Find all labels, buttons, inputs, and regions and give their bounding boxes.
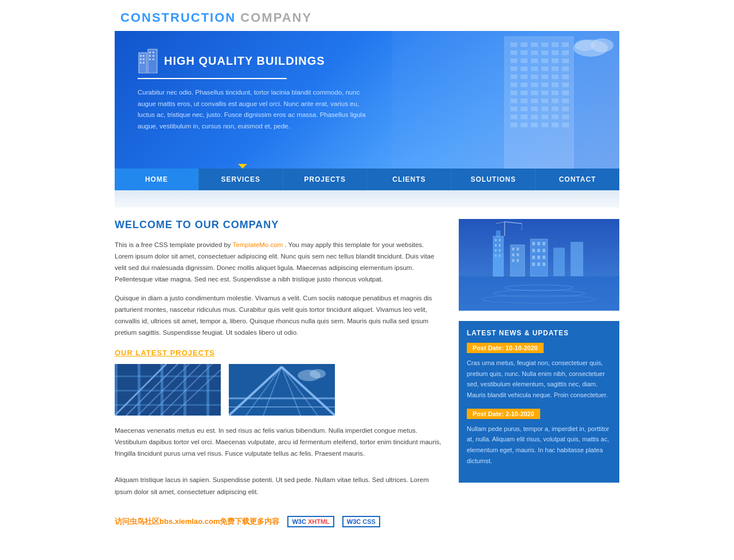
- hero-title: HIGH QUALITY BUILDINGS: [164, 54, 325, 68]
- svg-rect-78: [531, 123, 538, 127]
- svg-rect-54: [531, 91, 538, 95]
- svg-rect-72: [531, 115, 538, 119]
- svg-rect-42: [531, 75, 538, 79]
- svg-rect-45: [562, 75, 569, 79]
- building-icon: [138, 48, 158, 73]
- svg-rect-73: [541, 115, 548, 119]
- svg-rect-55: [541, 91, 548, 95]
- svg-rect-117: [553, 248, 565, 276]
- svg-rect-43: [541, 75, 548, 79]
- content-para3: Maecenas venenatis metus eu est. In sed …: [115, 425, 442, 459]
- main-content: WELCOME TO OUR COMPANY This is a free CS…: [115, 219, 619, 504]
- svg-rect-134: [537, 242, 540, 245]
- svg-rect-122: [499, 244, 501, 246]
- svg-rect-28: [510, 58, 517, 63]
- svg-rect-139: [532, 256, 535, 259]
- svg-rect-128: [517, 248, 519, 250]
- svg-rect-13: [153, 58, 154, 60]
- svg-rect-59: [521, 99, 528, 103]
- svg-rect-24: [531, 50, 538, 55]
- nav-home[interactable]: HOME: [115, 169, 199, 190]
- svg-rect-33: [562, 58, 569, 63]
- svg-rect-3: [143, 55, 145, 57]
- svg-rect-9: [153, 52, 154, 53]
- sidebar-city-image: [459, 219, 619, 311]
- svg-rect-138: [542, 249, 545, 252]
- welcome-title: WELCOME TO OUR COMPANY: [115, 219, 442, 231]
- svg-rect-35: [521, 66, 528, 71]
- news-date-1: Post Date: 10-10-2020: [467, 343, 544, 353]
- svg-rect-133: [532, 242, 535, 245]
- svg-rect-76: [510, 123, 517, 127]
- svg-rect-143: [537, 263, 540, 266]
- svg-rect-64: [510, 107, 517, 111]
- svg-rect-77: [521, 123, 528, 127]
- svg-rect-17: [521, 42, 528, 47]
- svg-rect-119: [495, 239, 497, 241]
- svg-rect-71: [521, 115, 528, 119]
- news-title: LATEST NEWS & UPDATES: [467, 329, 611, 337]
- nav-contact[interactable]: CONTACT: [536, 169, 619, 190]
- svg-rect-5: [143, 58, 145, 60]
- templatemo-link[interactable]: TemplateMo.com: [233, 241, 283, 248]
- svg-rect-80: [552, 123, 559, 127]
- svg-rect-37: [541, 66, 548, 71]
- svg-rect-74: [552, 115, 559, 119]
- svg-rect-21: [562, 42, 569, 47]
- svg-rect-4: [140, 58, 142, 60]
- svg-rect-61: [541, 99, 548, 103]
- svg-rect-144: [542, 263, 545, 266]
- svg-rect-30: [531, 58, 538, 63]
- nav-solutions[interactable]: SOLUTIONS: [451, 169, 536, 190]
- svg-rect-81: [562, 123, 569, 127]
- svg-rect-70: [510, 115, 517, 119]
- hero-building-image: [392, 31, 619, 169]
- hero-divider: [138, 78, 287, 79]
- svg-rect-50: [552, 83, 559, 87]
- svg-rect-49: [541, 83, 548, 87]
- hero-content: HIGH QUALITY BUILDINGS Curabitur nec odi…: [115, 31, 392, 143]
- svg-rect-75: [562, 115, 569, 119]
- svg-point-110: [310, 369, 326, 378]
- nav-gray-band: [115, 190, 619, 207]
- logo-construction: CONSTRUCTION: [120, 10, 236, 25]
- svg-rect-121: [495, 244, 497, 246]
- nav-clients[interactable]: CLIENTS: [367, 169, 451, 190]
- svg-rect-46: [510, 83, 517, 87]
- nav-services[interactable]: SERVICES: [199, 169, 283, 190]
- svg-rect-142: [532, 263, 535, 266]
- svg-rect-12: [149, 58, 151, 60]
- svg-rect-120: [499, 239, 501, 241]
- nav-indicator: [238, 164, 247, 169]
- svg-rect-69: [562, 107, 569, 111]
- hero-body: Curabitur nec odio. Phasellus tincidunt,…: [138, 87, 375, 132]
- svg-rect-51: [562, 83, 569, 87]
- news-text-2: Nullam pede purus, tempor a, imperdiet i…: [467, 424, 611, 467]
- svg-rect-8: [149, 52, 151, 53]
- svg-rect-56: [552, 91, 559, 95]
- project-thumb-2: [229, 364, 335, 416]
- svg-rect-57: [562, 91, 569, 95]
- svg-rect-135: [542, 242, 545, 245]
- welcome-para1: This is a free CSS template provided by …: [115, 239, 442, 285]
- svg-rect-114: [496, 230, 501, 237]
- footer-watermark: 访问虫鸟社区bbs.xiemlao.com免费下载更多内容: [115, 516, 279, 527]
- svg-rect-31: [541, 58, 548, 63]
- svg-rect-129: [512, 253, 514, 256]
- svg-rect-136: [532, 249, 535, 252]
- svg-rect-140: [537, 256, 540, 259]
- svg-rect-145: [493, 253, 503, 276]
- svg-rect-29: [521, 58, 528, 63]
- w3c-css-badge: W3C CSS: [342, 516, 380, 527]
- projects-grid: [115, 364, 442, 416]
- svg-rect-131: [512, 259, 514, 262]
- svg-rect-66: [531, 107, 538, 111]
- svg-rect-98: [115, 390, 221, 391]
- svg-rect-22: [510, 50, 517, 55]
- sidebar: LATEST NEWS & UPDATES Post Date: 10-10-2…: [459, 219, 619, 504]
- svg-point-84: [575, 40, 595, 51]
- content-area: WELCOME TO OUR COMPANY This is a free CS…: [115, 219, 447, 504]
- w3c-xhtml-badge: W3C XHTML: [287, 516, 334, 527]
- svg-rect-2: [140, 55, 142, 57]
- nav-projects[interactable]: PROJECTS: [283, 169, 368, 190]
